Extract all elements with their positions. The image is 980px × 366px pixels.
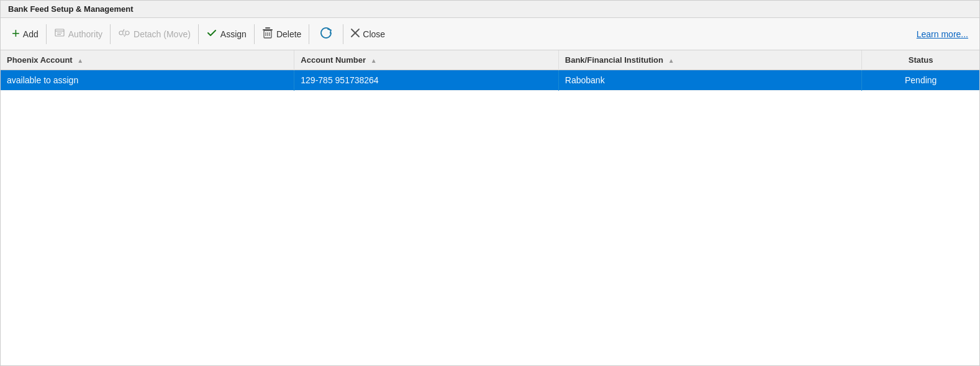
col-header-bank[interactable]: Bank/Financial Institution ▲: [558, 50, 862, 70]
delete-icon: [262, 27, 273, 41]
close-label: Close: [363, 29, 385, 39]
detach-icon: [118, 27, 130, 40]
authority-button[interactable]: Authority: [48, 24, 109, 44]
cell-bank: Rabobank: [558, 70, 862, 91]
sort-arrow-account: ▲: [371, 57, 377, 64]
separator-4: [254, 24, 255, 44]
separator-2: [110, 24, 111, 44]
col-header-account-number-label: Account Number: [301, 55, 366, 65]
delete-label: Delete: [276, 29, 301, 39]
close-button[interactable]: Close: [345, 25, 391, 43]
cell-account-number: 129-785 951738264: [294, 70, 559, 91]
cell-phoenix-account: available to assign: [1, 70, 294, 91]
col-header-phoenix-account-label: Phoenix Account: [7, 55, 73, 65]
add-icon: +: [12, 27, 20, 40]
separator-6: [343, 24, 343, 44]
accounts-table: Phoenix Account ▲ Account Number ▲ Bank/…: [1, 50, 979, 91]
col-header-account-number[interactable]: Account Number ▲: [294, 50, 559, 70]
separator-3: [198, 24, 199, 44]
separator-5: [309, 24, 309, 44]
window-title: Bank Feed Setup & Management: [8, 4, 134, 14]
table-header-row: Phoenix Account ▲ Account Number ▲ Bank/…: [1, 50, 979, 70]
sort-arrow-phoenix: ▲: [77, 57, 83, 64]
svg-point-4: [119, 31, 123, 35]
svg-point-5: [125, 31, 129, 35]
cell-status: Pending: [862, 70, 979, 91]
svg-line-9: [124, 35, 125, 37]
add-button[interactable]: + Add: [6, 24, 45, 44]
separator-1: [46, 24, 47, 44]
assign-label: Assign: [220, 29, 247, 39]
sort-arrow-bank: ▲: [668, 57, 674, 64]
add-label: Add: [23, 29, 39, 39]
refresh-icon: [319, 26, 333, 42]
svg-rect-11: [265, 27, 270, 29]
toolbar: + Add Authority: [1, 18, 979, 50]
detach-button[interactable]: Detach (Move): [112, 24, 197, 44]
col-header-phoenix-account[interactable]: Phoenix Account ▲: [1, 50, 294, 70]
close-icon: [351, 29, 360, 39]
refresh-button[interactable]: [311, 22, 342, 45]
col-header-status[interactable]: Status: [862, 50, 979, 70]
col-header-status-label: Status: [909, 55, 933, 65]
learn-more-link[interactable]: Learn more...: [910, 25, 974, 43]
table-body: available to assign129-785 951738264Rabo…: [1, 70, 979, 91]
authority-label: Authority: [68, 29, 102, 39]
main-window: Bank Feed Setup & Management + Add Autho…: [0, 0, 980, 366]
table-row[interactable]: available to assign129-785 951738264Rabo…: [1, 70, 979, 91]
title-bar: Bank Feed Setup & Management: [1, 1, 979, 18]
authority-icon: [54, 27, 65, 40]
delete-button[interactable]: Delete: [256, 23, 307, 45]
assign-check-icon: [206, 27, 217, 40]
table-container: Phoenix Account ▲ Account Number ▲ Bank/…: [1, 50, 979, 365]
col-header-bank-label: Bank/Financial Institution: [565, 55, 663, 65]
assign-button[interactable]: Assign: [200, 24, 253, 44]
detach-label: Detach (Move): [134, 29, 191, 39]
